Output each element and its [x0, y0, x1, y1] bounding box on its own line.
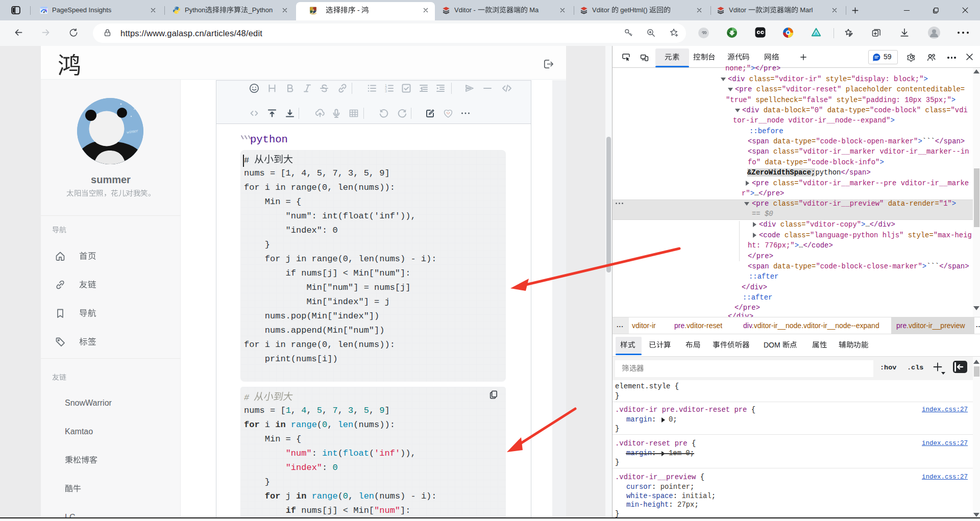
- svg-text:3: 3: [385, 89, 387, 93]
